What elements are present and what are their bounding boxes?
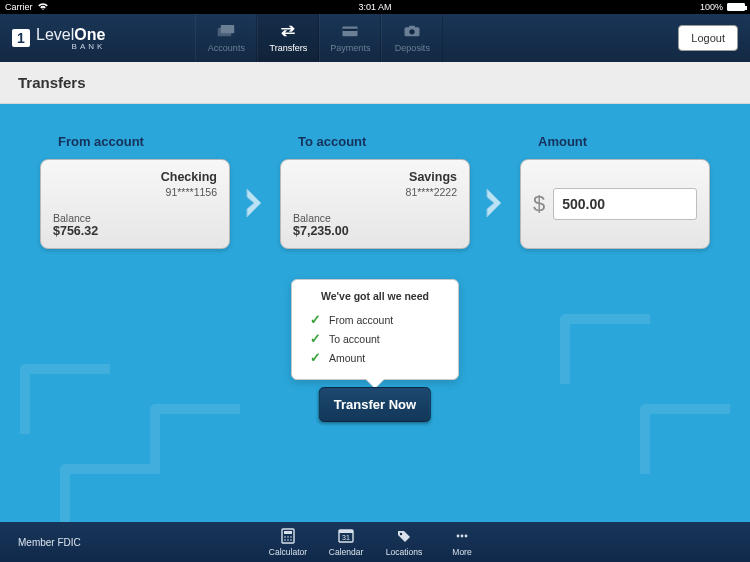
svg-rect-3 — [343, 29, 358, 31]
check-row: ✓ Amount — [304, 348, 446, 367]
carrier-label: Carrier — [5, 2, 33, 12]
footer-tab-locations-label: Locations — [386, 547, 422, 557]
chevron-right-icon — [240, 156, 270, 249]
payments-icon — [341, 23, 359, 41]
tab-transfers[interactable]: Transfers — [257, 14, 319, 62]
to-account-card[interactable]: Savings 81****2222 Balance $7,235.00 — [280, 159, 470, 249]
tab-payments-label: Payments — [330, 43, 370, 53]
to-account-label: To account — [298, 134, 470, 149]
logo-text-light: Level — [36, 26, 74, 43]
confirmation-popover: We've got all we need ✓ From account ✓ T… — [291, 279, 459, 380]
svg-rect-2 — [343, 27, 358, 37]
footer-tab-calculator[interactable]: Calculator — [259, 528, 317, 557]
tab-deposits-label: Deposits — [395, 43, 430, 53]
tag-icon — [395, 528, 413, 546]
svg-point-18 — [400, 532, 402, 534]
calendar-icon: 31 — [337, 528, 355, 546]
check-item-label: From account — [329, 314, 393, 326]
tab-deposits[interactable]: Deposits — [381, 14, 443, 62]
svg-rect-8 — [284, 531, 292, 534]
checkmark-icon: ✓ — [310, 331, 321, 346]
check-row: ✓ From account — [304, 310, 446, 329]
logo-text-bold: One — [74, 26, 105, 43]
main-content: From account Checking 91****1156 Balance… — [0, 104, 750, 522]
dollar-sign-icon: $ — [533, 191, 545, 217]
to-balance-label: Balance — [293, 212, 457, 224]
svg-rect-1 — [221, 25, 235, 33]
from-account-name: Checking — [53, 170, 217, 184]
logo-mark-icon: 1 — [12, 29, 30, 47]
svg-point-20 — [461, 534, 464, 537]
checkmark-icon: ✓ — [310, 350, 321, 365]
status-bar: Carrier 3:01 AM 100% — [0, 0, 750, 14]
svg-point-11 — [290, 536, 292, 538]
calculator-icon — [279, 528, 297, 546]
footer-tab-more-label: More — [452, 547, 471, 557]
svg-point-14 — [290, 539, 292, 541]
transfer-now-button[interactable]: Transfer Now — [319, 387, 431, 422]
svg-text:31: 31 — [342, 534, 350, 541]
clock: 3:01 AM — [358, 2, 391, 12]
app-footer: Member FDIC Calculator 31 Calendar Locat… — [0, 522, 750, 562]
tab-payments[interactable]: Payments — [319, 14, 381, 62]
svg-point-9 — [284, 536, 286, 538]
logout-button[interactable]: Logout — [678, 25, 738, 51]
brand-logo: 1 LevelOne BANK — [12, 26, 105, 51]
member-fdic-label: Member FDIC — [18, 537, 81, 548]
transfer-arrows-icon — [279, 23, 297, 41]
svg-point-21 — [465, 534, 468, 537]
checkmark-icon: ✓ — [310, 312, 321, 327]
tab-transfers-label: Transfers — [270, 43, 308, 53]
from-balance-label: Balance — [53, 212, 217, 224]
footer-tab-calendar-label: Calendar — [329, 547, 364, 557]
footer-tab-calculator-label: Calculator — [269, 547, 307, 557]
svg-point-13 — [287, 539, 289, 541]
more-dots-icon — [453, 528, 471, 546]
from-balance-value: $756.32 — [53, 224, 217, 238]
battery-icon — [727, 3, 745, 11]
footer-tab-more[interactable]: More — [433, 528, 491, 557]
tab-accounts[interactable]: Accounts — [195, 14, 257, 62]
camera-icon — [403, 23, 421, 41]
footer-tab-calendar[interactable]: 31 Calendar — [317, 528, 375, 557]
to-account-name: Savings — [293, 170, 457, 184]
amount-card: $ — [520, 159, 710, 249]
svg-rect-16 — [339, 530, 353, 533]
check-item-label: To account — [329, 333, 380, 345]
cards-icon — [217, 23, 235, 41]
svg-point-10 — [287, 536, 289, 538]
footer-tab-locations[interactable]: Locations — [375, 528, 433, 557]
to-account-number: 81****2222 — [293, 186, 457, 198]
app-header: 1 LevelOne BANK Accounts Transfers Payme… — [0, 14, 750, 62]
tab-accounts-label: Accounts — [208, 43, 245, 53]
amount-input[interactable] — [553, 188, 697, 220]
check-item-label: Amount — [329, 352, 365, 364]
to-balance-value: $7,235.00 — [293, 224, 457, 238]
amount-label: Amount — [538, 134, 710, 149]
svg-point-12 — [284, 539, 286, 541]
from-account-number: 91****1156 — [53, 186, 217, 198]
svg-rect-6 — [409, 26, 415, 28]
svg-point-5 — [410, 29, 415, 34]
page-title: Transfers — [0, 62, 750, 104]
check-row: ✓ To account — [304, 329, 446, 348]
battery-percent: 100% — [700, 2, 723, 12]
wifi-icon — [37, 2, 49, 13]
from-account-label: From account — [58, 134, 230, 149]
from-account-card[interactable]: Checking 91****1156 Balance $756.32 — [40, 159, 230, 249]
popover-title: We've got all we need — [304, 290, 446, 302]
chevron-right-icon — [480, 156, 510, 249]
svg-point-19 — [457, 534, 460, 537]
